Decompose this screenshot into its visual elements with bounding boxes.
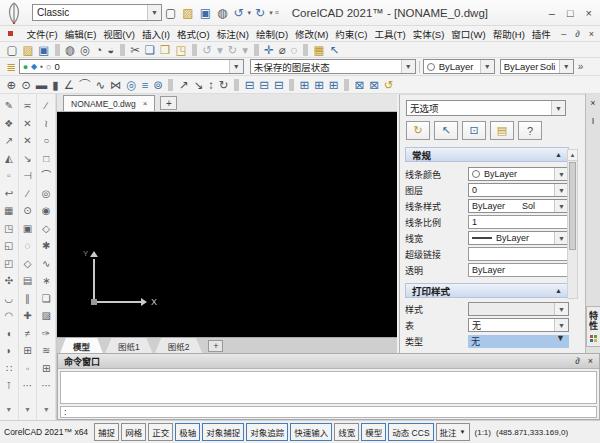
arc-tool-icon[interactable]: ⌒	[41, 167, 51, 185]
dynamic-ccs-toggle[interactable]: 动态 CCS	[388, 423, 433, 441]
scrollbar-thumb[interactable]	[569, 162, 576, 250]
layer-select[interactable]: ●◆▪○ 0 ▼	[19, 59, 244, 74]
menu-constraints[interactable]: 约束(C)	[332, 27, 371, 41]
annotation-toggle[interactable]: 批注 ▼	[436, 423, 470, 441]
rectangle-tool-icon[interactable]: □	[43, 150, 49, 168]
color-manager-icon[interactable]: ▦	[311, 43, 327, 57]
ellipse-tool-icon[interactable]: ◉	[42, 202, 51, 220]
dim-aligned-icon[interactable]: ↘	[191, 78, 206, 92]
move-tool-icon[interactable]: ❖	[4, 115, 13, 133]
dim-vertical-icon[interactable]: ↕	[206, 78, 217, 92]
split-tool-icon[interactable]: ◖	[6, 325, 12, 343]
paste-icon[interactable]: ❐	[158, 43, 173, 57]
redo-arrow-icon[interactable]: ▾	[240, 43, 251, 57]
menu-draw[interactable]: 绘制(D)	[252, 27, 291, 41]
line-weight-select[interactable]: ByLayer ▼	[468, 231, 569, 245]
layer-property-select[interactable]: 0 ▼	[468, 183, 569, 197]
center-snap-icon[interactable]: ⊙	[23, 202, 31, 220]
menu-file[interactable]: 文件(F)	[23, 27, 61, 41]
nearest-snap-icon[interactable]: ≠	[25, 325, 31, 343]
chevron-down-icon[interactable]: ▼	[554, 184, 568, 196]
new-icon[interactable]: ▢	[4, 43, 20, 57]
tab-sheet2[interactable]: 图纸2	[155, 338, 203, 354]
command-history[interactable]	[60, 371, 597, 404]
chevron-down-icon[interactable]: ▼	[554, 200, 568, 212]
image-tool-icon[interactable]: ▨	[41, 307, 50, 325]
select-button[interactable]: ↖	[434, 121, 458, 140]
dim-horizontal-constraint-icon[interactable]: ⊟	[242, 78, 257, 92]
polyline-tool-icon[interactable]: ≀	[44, 115, 48, 133]
print-style-section-header[interactable]: 打印样式 ▲	[405, 283, 569, 298]
save-icon[interactable]: ▣	[36, 43, 52, 57]
dim-vertical-constraint-icon[interactable]: ⊟	[257, 78, 272, 92]
grid-snap-icon[interactable]: ⊞	[23, 342, 31, 360]
save-icon[interactable]: ▣	[200, 5, 211, 21]
concentric-constraint-icon[interactable]: ◎	[124, 78, 139, 92]
menu-edit[interactable]: 编辑(E)	[61, 27, 100, 41]
entity-snap-toggle[interactable]: 对象捕捉	[202, 423, 244, 441]
maximize-button[interactable]: □	[567, 7, 574, 19]
redo-arrow-icon[interactable]: ▾	[269, 5, 273, 21]
menu-plugins[interactable]: 插件	[528, 27, 554, 41]
layer-color-icon[interactable]: ○	[46, 62, 51, 72]
more-snaps-icon[interactable]: ⋯	[23, 377, 33, 395]
refresh-button[interactable]: ↻	[406, 121, 430, 140]
chevron-down-icon[interactable]: ▼	[554, 232, 568, 244]
line-color-select[interactable]: ByLayer ▼	[468, 167, 569, 181]
layer-lock-icon[interactable]: ▪	[40, 62, 43, 71]
rotate-tool-icon[interactable]: ◳	[4, 220, 13, 238]
chevron-down-icon[interactable]: ▼	[229, 60, 243, 73]
layer-manager-icon[interactable]: ≣	[4, 60, 19, 74]
chevron-down-icon[interactable]: ▼	[554, 303, 568, 315]
equal-constraint-icon[interactable]: ≡	[139, 78, 151, 92]
dim-diameter-constraint-icon[interactable]: ⊞	[326, 78, 341, 92]
vertical-constraint-icon[interactable]: ▮	[50, 78, 61, 92]
chevron-down-icon[interactable]: ▼	[554, 168, 568, 180]
transparency-input[interactable]: ByLayer	[468, 263, 569, 277]
dim-aligned-constraint-icon[interactable]: ⊟	[271, 78, 286, 92]
print-preview-icon[interactable]: ◔	[93, 43, 105, 57]
erase-tool-icon[interactable]: ✎	[5, 97, 13, 115]
extend-tool-icon[interactable]: ✣	[5, 272, 13, 290]
chevron-down-icon[interactable]: ▼	[480, 60, 494, 73]
spline-tool-icon[interactable]: ∿	[42, 255, 50, 273]
auto-constraint-icon[interactable]: ⊚	[151, 78, 166, 92]
print-icon[interactable]: ◍	[217, 5, 227, 21]
perpendicular-snap-icon[interactable]: ⊣	[23, 167, 32, 185]
collapse-icon[interactable]: ▲	[555, 287, 562, 294]
redo-icon[interactable]: ↻	[225, 43, 240, 57]
collapse-icon[interactable]: ▲	[555, 151, 562, 158]
close-icon[interactable]: ×	[590, 98, 595, 108]
parallel-snap-icon[interactable]: ∥	[25, 290, 30, 308]
cut-icon[interactable]: ✂	[128, 43, 143, 57]
menu-window[interactable]: 窗口(W)	[448, 27, 489, 41]
toolbar-options-icon[interactable]: ≡	[275, 5, 279, 21]
hide-constraints-icon[interactable]: ⊠	[367, 78, 382, 92]
menu-insert[interactable]: 插入(I)	[138, 27, 173, 41]
intersection-snap-icon[interactable]: ✕	[23, 115, 31, 133]
close-icon[interactable]: ×	[588, 356, 593, 366]
dim-angle-constraint-icon[interactable]: ⊞	[297, 78, 312, 92]
panel-scrollbar[interactable]: ▲	[567, 149, 578, 299]
snap-toggle[interactable]: 捕捉	[94, 423, 119, 441]
command-window-header[interactable]: 命令窗口 ∂ ×	[58, 354, 599, 369]
show-constraints-icon[interactable]: ⊠	[352, 78, 367, 92]
new-icon[interactable]: ▢	[165, 5, 176, 21]
pan-icon[interactable]: ✛	[262, 43, 277, 57]
selection-select[interactable]: 无选项 ▼	[406, 100, 566, 116]
float-icon[interactable]: ∂	[575, 356, 579, 366]
tab-sheet1[interactable]: 图纸1	[105, 338, 153, 354]
text-tool-icon[interactable]: ✑	[42, 325, 50, 343]
add-sheet-button[interactable]: +	[208, 340, 223, 352]
copy-tool-icon[interactable]: ↗	[5, 132, 13, 150]
dim-radius-constraint-icon[interactable]: ⊞	[312, 78, 327, 92]
dim-linear-icon[interactable]: ↗	[176, 78, 191, 92]
coincident-constraint-icon[interactable]: ⊕	[4, 78, 19, 92]
polygon-tool-icon[interactable]: ◇	[42, 220, 50, 238]
quick-select-button[interactable]: ▤	[490, 121, 514, 140]
weld-tool-icon[interactable]: ◗	[6, 342, 12, 360]
color-select[interactable]: ByLayer ▼	[423, 59, 495, 74]
layer-on-icon[interactable]: ●	[23, 62, 28, 72]
select-matching-button[interactable]: ⊡	[462, 121, 486, 140]
minimize-button[interactable]: –	[549, 7, 555, 19]
